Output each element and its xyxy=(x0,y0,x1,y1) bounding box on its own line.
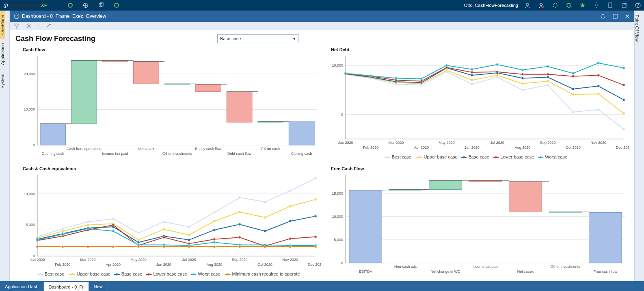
svg-point-98 xyxy=(521,73,524,76)
svg-text:Closing cash: Closing cash xyxy=(291,152,312,156)
popout-icon[interactable] xyxy=(621,2,627,8)
svg-text:Mar 2020: Mar 2020 xyxy=(389,141,404,145)
panel-title-net-debt: Net Debt xyxy=(323,46,629,53)
panel-net-debt: Net Debt 010,000Jan 2020Feb 2020Mar 2020… xyxy=(323,46,629,163)
svg-point-173 xyxy=(314,198,317,201)
svg-point-78 xyxy=(622,112,625,115)
svg-point-88 xyxy=(572,88,574,90)
svg-point-107 xyxy=(445,64,448,67)
svg-point-64 xyxy=(572,111,574,113)
filter-icon[interactable] xyxy=(14,23,19,29)
svg-rect-33 xyxy=(196,84,221,91)
refresh-icon[interactable] xyxy=(566,2,572,8)
svg-text:Net capex: Net capex xyxy=(138,147,155,151)
svg-point-96 xyxy=(471,71,473,74)
svg-text:0: 0 xyxy=(341,261,343,265)
svg-point-235 xyxy=(39,274,41,276)
footer-tab-dashboard[interactable]: Dashboard - 0_Fr xyxy=(44,282,89,291)
svg-text:Debt cash flow: Debt cash flow xyxy=(227,152,252,156)
page-title: Cash Flow Forecasting xyxy=(15,35,95,43)
footer-tabs: Application Dash Dashboard - 0_Fr New xyxy=(0,281,644,291)
svg-point-60 xyxy=(471,83,473,85)
svg-text:Lower base case: Lower base case xyxy=(500,154,534,159)
svg-point-111 xyxy=(547,65,549,68)
rail-tab-oneplace[interactable]: OnePlace xyxy=(0,11,5,39)
svg-point-66 xyxy=(622,128,625,130)
globe-icon[interactable] xyxy=(83,2,89,8)
svg-point-199 xyxy=(61,233,64,235)
svg-point-220 xyxy=(289,245,292,248)
svg-text:Mar 2020: Mar 2020 xyxy=(80,258,96,262)
svg-rect-261 xyxy=(349,190,382,263)
svg-point-163 xyxy=(61,230,64,232)
maximize-icon[interactable] xyxy=(612,13,618,19)
svg-text:Net capex: Net capex xyxy=(517,269,534,274)
svg-point-185 xyxy=(314,215,317,217)
svg-text:May 2020: May 2020 xyxy=(130,258,147,262)
svg-point-72 xyxy=(471,79,473,81)
svg-text:Non-cash adj.: Non-cash adj. xyxy=(394,265,417,269)
svg-point-247 xyxy=(192,274,194,276)
svg-point-197 xyxy=(314,236,317,238)
svg-point-218 xyxy=(238,245,241,248)
svg-point-75 xyxy=(547,80,549,83)
svg-point-112 xyxy=(572,72,574,74)
svg-point-131 xyxy=(418,156,420,159)
svg-text:5,000: 5,000 xyxy=(334,238,343,242)
star-icon[interactable] xyxy=(580,2,586,8)
svg-point-159 xyxy=(264,201,266,203)
scenario-select[interactable]: Base case ▾ xyxy=(217,34,298,43)
svg-point-211 xyxy=(61,245,64,248)
dashboard-icon xyxy=(14,13,19,19)
svg-text:Apr 2020: Apr 2020 xyxy=(414,146,429,150)
svg-text:Jan 2020: Jan 2020 xyxy=(338,141,353,145)
svg-point-90 xyxy=(622,99,625,101)
svg-text:Upper base case: Upper base case xyxy=(424,154,458,159)
panel-cash-flow: Cash Flow 010,00020,000Opening cashCash … xyxy=(15,46,321,163)
user-x-icon[interactable] xyxy=(538,2,544,8)
subheader: Dashboard - 0_Frame_Exec_Overview xyxy=(10,11,634,22)
svg-text:Oct 2020: Oct 2020 xyxy=(257,263,272,267)
footer-tab-new[interactable]: New xyxy=(89,282,108,291)
svg-point-6 xyxy=(540,3,542,6)
svg-text:Apr 2020: Apr 2020 xyxy=(106,263,121,267)
help-icon[interactable]: ? xyxy=(635,2,641,8)
subheader-title: Dashboard - 0_Frame_Exec_Overview xyxy=(22,13,106,19)
svg-point-205 xyxy=(213,241,216,243)
svg-point-196 xyxy=(289,237,292,240)
svg-text:Free cash flow: Free cash flow xyxy=(594,269,618,274)
svg-point-134 xyxy=(463,156,465,159)
svg-text:Sep 2020: Sep 2020 xyxy=(540,141,556,145)
svg-point-100 xyxy=(572,75,574,78)
gear-icon[interactable] xyxy=(26,23,32,29)
brand-logo: ⦶ONESTREAMXF xyxy=(3,2,47,9)
rail-tab-application[interactable]: Application xyxy=(0,39,5,69)
svg-point-194 xyxy=(238,236,241,239)
chart-net-debt: 010,000Jan 2020Feb 2020Mar 2020Apr 2020M… xyxy=(323,53,629,163)
svg-text:Jan 2020: Jan 2020 xyxy=(30,258,45,262)
pin-icon[interactable] xyxy=(594,2,599,8)
svg-point-84 xyxy=(471,74,473,76)
svg-text:Other investments: Other investments xyxy=(162,152,192,156)
svg-text:?: ? xyxy=(637,2,639,7)
svg-text:Sep 2020: Sep 2020 xyxy=(232,258,248,262)
svg-point-182 xyxy=(238,223,241,226)
rail-tab-system[interactable]: System xyxy=(0,69,5,93)
clipboard-icon[interactable] xyxy=(607,2,613,8)
spinner-icon[interactable] xyxy=(552,2,558,8)
svg-point-201 xyxy=(112,230,115,232)
refresh-small-icon[interactable] xyxy=(600,13,606,19)
close-icon[interactable] xyxy=(625,13,630,19)
rail-tab-pov[interactable]: Point Of View xyxy=(635,11,640,46)
svg-text:Cash from operations: Cash from operations xyxy=(67,147,102,151)
svg-point-106 xyxy=(420,78,423,80)
footer-tab-appdash[interactable]: Application Dash xyxy=(0,282,44,291)
svg-point-216 xyxy=(188,245,190,248)
user-icon[interactable] xyxy=(525,2,530,8)
svg-point-178 xyxy=(137,241,140,243)
svg-text:Worst case: Worst case xyxy=(545,154,567,159)
svg-point-250 xyxy=(227,274,229,276)
edit-icon[interactable] xyxy=(46,23,52,29)
svg-point-164 xyxy=(87,224,89,226)
copy-icon[interactable] xyxy=(98,2,104,8)
